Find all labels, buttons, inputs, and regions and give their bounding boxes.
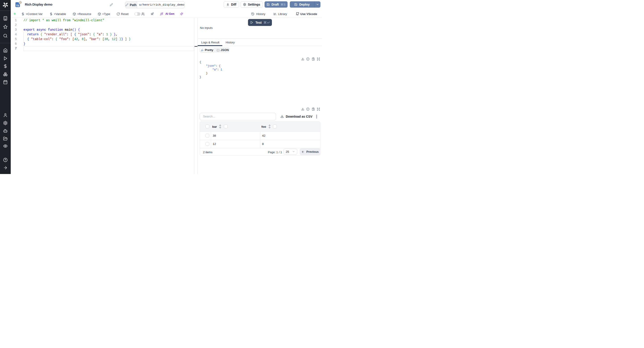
- svg-text:TS: TS: [16, 4, 19, 7]
